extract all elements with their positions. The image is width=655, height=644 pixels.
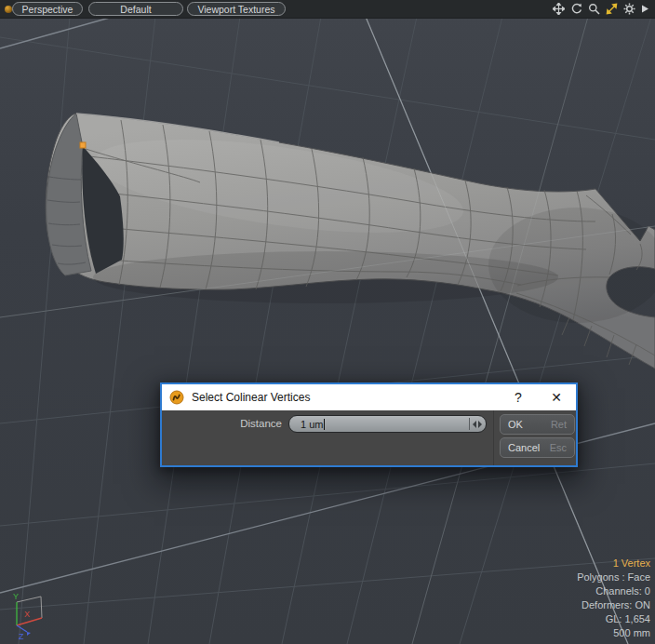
dialog-help-button[interactable]: ? [500, 390, 537, 405]
application-window: Y X Z Perspective Default Viewport Textu… [0, 0, 655, 644]
value-spinner[interactable] [469, 418, 484, 430]
ok-shortcut-hint: Ret [551, 419, 567, 430]
status-deformers: Deformers: ON [577, 598, 650, 612]
status-selection: 1 Vertex [577, 557, 650, 570]
cancel-shortcut-hint: Esc [550, 442, 567, 453]
perspective-button[interactable]: Perspective [12, 2, 83, 16]
distance-field-label: Distance [162, 415, 282, 433]
app-logo-icon [169, 390, 184, 405]
spinner-arrows-icon [473, 421, 482, 428]
ok-button[interactable]: OK Ret [500, 414, 575, 435]
expand-arrow-icon[interactable] [641, 3, 649, 15]
distance-input-value: 1 um [301, 419, 323, 430]
selected-vertex[interactable] [80, 142, 86, 148]
cancel-button[interactable]: Cancel Esc [500, 437, 575, 458]
rotate-icon[interactable] [570, 3, 582, 15]
status-polygons: Polygons : Face [577, 570, 650, 584]
viewport-status-readout: 1 Vertex Polygons : Face Channels: 0 Def… [577, 557, 650, 640]
status-channels: Channels: 0 [577, 584, 650, 598]
viewport-background [0, 0, 655, 644]
maximize-icon[interactable] [606, 3, 618, 15]
status-grid-size: 500 mm [577, 626, 650, 640]
ok-button-label: OK [508, 419, 523, 430]
viewport-tool-icons [553, 1, 649, 17]
dialog-title: Select Colinear Vertices [192, 391, 500, 404]
cancel-button-label: Cancel [508, 442, 540, 453]
pan-icon[interactable] [553, 3, 565, 15]
gear-icon[interactable] [623, 3, 635, 15]
dialog-divider [493, 410, 494, 465]
dialog-close-button[interactable]: ✕ [537, 390, 576, 405]
dialog-titlebar[interactable]: Select Colinear Vertices ? ✕ [162, 384, 576, 410]
viewport-state-dot[interactable] [5, 6, 12, 13]
shading-default-button[interactable]: Default [88, 2, 183, 16]
zoom-icon[interactable] [588, 3, 600, 15]
select-colinear-vertices-dialog: Select Colinear Vertices ? ✕ Distance 1 … [160, 382, 578, 467]
3d-viewport[interactable]: Y X Z [0, 0, 655, 644]
text-caret [324, 419, 325, 430]
viewport-toolbar: Perspective Default Viewport Textures [0, 0, 655, 19]
status-gl: GL: 1,654 [577, 612, 650, 626]
gizmo-z-label: Z [19, 632, 24, 641]
viewport-textures-button[interactable]: Viewport Textures [187, 2, 286, 16]
dialog-body: Distance 1 um OK Ret Cancel Esc [162, 410, 576, 465]
gizmo-y-label: Y [13, 592, 19, 601]
distance-input[interactable]: 1 um [288, 415, 487, 433]
gizmo-x-label: X [24, 610, 30, 619]
